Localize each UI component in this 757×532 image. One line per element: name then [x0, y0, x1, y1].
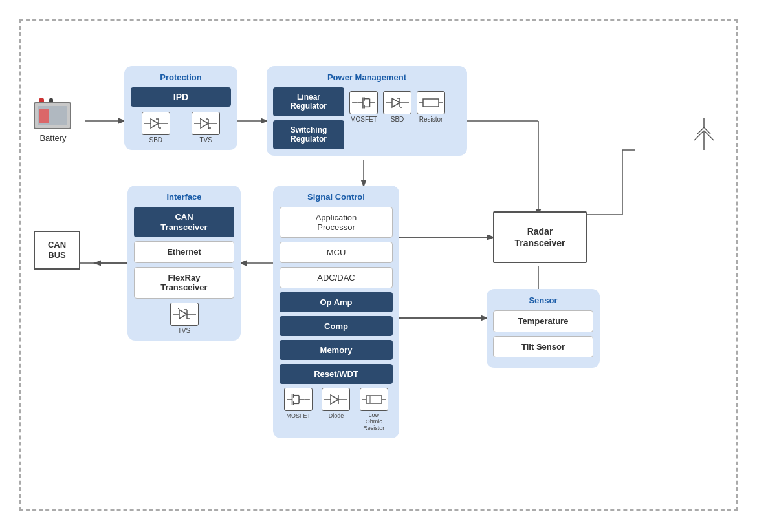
op-amp-btn: Op Amp	[280, 292, 393, 312]
pm-resistor: Resistor	[417, 91, 445, 123]
signal-control-block: Signal Control ApplicationProcessor MCU …	[273, 186, 399, 438]
antenna	[691, 105, 717, 159]
sc-low-ohmic-label: LowOhmicResistor	[363, 412, 384, 432]
mcu-btn: MCU	[280, 242, 393, 263]
reset-wdt-btn: Reset/WDT	[280, 364, 393, 384]
can-transceiver-btn: CANTransceiver	[134, 207, 234, 237]
sbd-label: SBD	[149, 136, 162, 144]
svg-marker-18	[151, 119, 159, 128]
sensor-title: Sensor	[493, 295, 593, 305]
flexray-btn: FlexRayTransceiver	[134, 267, 234, 299]
adc-dac-btn: ADC/DAC	[280, 267, 393, 288]
interface-block: Interface CANTransceiver Ethernet FlexRa…	[127, 186, 241, 341]
battery-icon	[34, 98, 72, 131]
sc-mosfet: MOSFET	[284, 388, 313, 432]
svg-line-55	[178, 308, 179, 310]
svg-marker-67	[331, 395, 338, 404]
ethernet-btn: Ethernet	[134, 241, 234, 263]
sc-mosfet-symbol	[284, 388, 313, 411]
signal-control-title: Signal Control	[280, 192, 393, 202]
interface-title: Interface	[134, 192, 234, 202]
power-management-block: Power Management LinearRegulator Switchi…	[267, 66, 467, 156]
pm-mosfet-symbol	[349, 91, 378, 114]
power-management-title: Power Management	[273, 72, 461, 82]
sc-diode-symbol	[322, 388, 350, 411]
tilt-sensor-btn: Tilt Sensor	[493, 336, 593, 358]
svg-line-29	[199, 118, 201, 119]
protection-block: Protection IPD SBD	[124, 66, 237, 150]
protection-sbd: SBD	[142, 112, 170, 144]
pm-mosfet-label: MOSFET	[350, 116, 377, 123]
svg-marker-50	[179, 310, 187, 319]
pm-resistor-label: Resistor	[419, 116, 443, 123]
sc-mosfet-label: MOSFET	[286, 412, 311, 419]
radar-transceiver: Radar Transceiver	[493, 211, 587, 263]
battery: Battery	[34, 98, 72, 143]
sc-low-ohmic: LowOhmicResistor	[360, 388, 388, 432]
pm-sbd-symbol	[383, 91, 411, 114]
svg-line-77	[697, 127, 704, 134]
temperature-btn: Temperature	[493, 310, 593, 332]
interface-tvs-symbol	[170, 303, 199, 326]
application-processor-btn: ApplicationProcessor	[280, 207, 393, 238]
memory-btn: Memory	[280, 340, 393, 360]
pm-mosfet: MOSFET	[349, 91, 378, 123]
diagram-container: Battery CAN BUS Protection IPD	[19, 19, 738, 511]
can-bus: CAN BUS	[34, 231, 80, 270]
sc-low-ohmic-symbol	[360, 388, 388, 411]
sc-diode: Diode	[322, 388, 350, 432]
tvs-symbol	[192, 112, 220, 135]
pm-resistor-symbol	[417, 91, 445, 114]
battery-label: Battery	[39, 133, 66, 143]
tvs-label: TVS	[200, 136, 212, 144]
can-bus-label: CAN BUS	[48, 240, 66, 260]
radar-label: Radar Transceiver	[515, 226, 565, 249]
sensor-block: Sensor Temperature Tilt Sensor	[487, 289, 600, 368]
ipd-button: IPD	[131, 87, 231, 107]
protection-tvs: TVS	[192, 112, 220, 144]
svg-marker-24	[201, 119, 208, 128]
protection-title: Protection	[131, 72, 231, 82]
comp-btn: Comp	[280, 316, 393, 336]
svg-marker-41	[392, 98, 400, 107]
svg-rect-71	[366, 396, 382, 403]
interface-tvs-label: TVS	[178, 327, 190, 334]
sbd-symbol	[142, 112, 170, 135]
protection-components: SBD TVS	[131, 112, 231, 144]
switching-regulator-btn: SwitchingRegulator	[273, 120, 344, 149]
pm-sbd-label: SBD	[391, 116, 404, 123]
linear-regulator-btn: LinearRegulator	[273, 87, 344, 116]
svg-rect-47	[423, 99, 439, 107]
sc-diode-label: Diode	[329, 412, 344, 419]
pm-sbd: SBD	[383, 91, 411, 123]
interface-tvs: TVS	[134, 303, 234, 334]
svg-line-78	[704, 127, 710, 134]
